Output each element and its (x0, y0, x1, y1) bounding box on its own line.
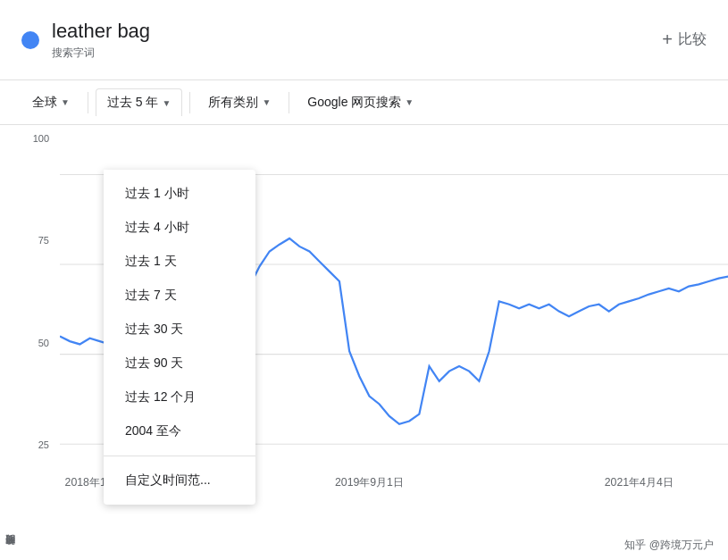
main-content: 热度随时间变 100 75 50 25 2018年1... 2019年9月1日 … (0, 125, 728, 560)
watermark: 知乎 @跨境万元户 (624, 538, 714, 553)
dropdown-item-7d[interactable]: 过去 7 天 (104, 279, 255, 313)
filter-bar: 全球 ▼ 过去 5 年 ▼ 所有类别 ▼ Google 网页搜索 ▼ (0, 80, 728, 125)
x-label-2019: 2019年9月1日 (335, 476, 404, 489)
dropdown-item-1d[interactable]: 过去 1 天 (104, 245, 255, 279)
chart-label: 热度随时间变 (0, 125, 21, 560)
time-range-dropdown: 过去 1 小时 过去 4 小时 过去 1 天 过去 7 天 过去 30 天 过去… (104, 170, 255, 505)
y-label-50: 50 (38, 338, 49, 348)
search-type-chevron: ▼ (405, 97, 414, 107)
dropdown-item-90d[interactable]: 过去 90 天 (104, 347, 255, 380)
x-label-2021: 2021年4月4日 (605, 476, 674, 489)
region-filter[interactable]: 全球 ▼ (21, 89, 80, 116)
region-chevron: ▼ (61, 97, 70, 107)
search-dot (21, 31, 39, 49)
filter-divider-2 (189, 92, 190, 113)
search-term-sub: 搜索字词 (52, 46, 150, 61)
y-label-75: 75 (38, 235, 49, 246)
time-range-chevron: ▼ (162, 98, 171, 108)
dropdown-item-30d[interactable]: 过去 30 天 (104, 313, 255, 347)
plus-icon: + (662, 29, 673, 50)
filter-divider-1 (88, 92, 88, 113)
time-range-label: 过去 5 年 (107, 95, 159, 111)
compare-button[interactable]: + 比较 (662, 29, 707, 50)
search-type-label: Google 网页搜索 (307, 95, 401, 111)
header: leather bag 搜索字词 + 比较 (0, 0, 728, 80)
region-label: 全球 (32, 95, 57, 111)
dropdown-divider (104, 456, 255, 456)
filter-divider-3 (289, 92, 289, 113)
y-label-25: 25 (38, 439, 49, 450)
compare-label: 比较 (678, 30, 707, 49)
category-label: 所有类别 (208, 95, 258, 111)
dropdown-item-4h[interactable]: 过去 4 小时 (104, 211, 255, 245)
dropdown-item-1h[interactable]: 过去 1 小时 (104, 177, 255, 211)
dropdown-item-2004[interactable]: 2004 至今 (104, 414, 255, 448)
search-type-filter[interactable]: Google 网页搜索 ▼ (297, 89, 424, 116)
dropdown-item-custom[interactable]: 自定义时间范... (104, 464, 255, 497)
header-left: leather bag 搜索字词 (21, 19, 150, 62)
y-label-100: 100 (33, 133, 49, 144)
search-term-block: leather bag 搜索字词 (52, 19, 150, 62)
search-term-title: leather bag (52, 19, 150, 45)
time-range-filter[interactable]: 过去 5 年 ▼ (96, 88, 182, 116)
category-filter[interactable]: 所有类别 ▼ (197, 89, 281, 116)
category-chevron: ▼ (262, 97, 271, 107)
dropdown-item-12m[interactable]: 过去 12 个月 (104, 380, 255, 414)
